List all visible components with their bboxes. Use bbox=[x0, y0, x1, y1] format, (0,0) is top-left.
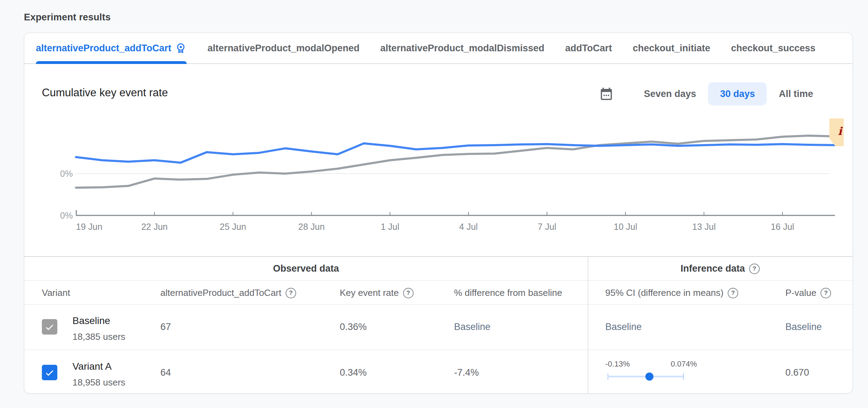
svg-text:19 Jun: 19 Jun bbox=[76, 222, 102, 232]
col-label: % difference from baseline bbox=[454, 287, 562, 298]
p-value: 0.670 bbox=[785, 367, 809, 378]
row-checkbox[interactable] bbox=[42, 319, 57, 335]
observed-data-label: Observed data bbox=[273, 263, 339, 274]
col-key-event-rate: Key event rate ? bbox=[340, 287, 414, 298]
row-checkbox[interactable] bbox=[42, 365, 57, 380]
ci-low-label: -0.13% bbox=[605, 360, 630, 369]
confidence-interval-slider: -0.13% 0.074% bbox=[605, 360, 697, 384]
divider bbox=[24, 280, 853, 281]
chart-section: 19 Jun22 Jun25 Jun28 Jun1 Jul4 Jul7 Jul1… bbox=[24, 64, 853, 256]
ci-right-cap bbox=[683, 373, 684, 380]
col-diff-from-baseline: % difference from baseline bbox=[454, 287, 562, 298]
check-icon bbox=[44, 321, 55, 332]
tab-checkout-initiate[interactable]: checkout_initiate bbox=[633, 33, 710, 63]
col-metric: alternativeProduct_addToCart ? bbox=[160, 287, 296, 298]
tab-alternativeProduct-modalOpened[interactable]: alternativeProduct_modalOpened bbox=[208, 33, 359, 63]
tab-label: checkout_success bbox=[731, 43, 815, 54]
inference-data-header: Inference data ? bbox=[588, 257, 853, 280]
svg-text:1 Jul: 1 Jul bbox=[381, 222, 399, 232]
winner-medal-icon bbox=[175, 43, 187, 54]
svg-text:28 Jun: 28 Jun bbox=[298, 222, 325, 232]
svg-text:0%: 0% bbox=[60, 211, 73, 220]
tab-label: alternativeProduct_addToCart bbox=[36, 43, 171, 54]
ci-knob[interactable] bbox=[645, 373, 653, 381]
results-card: alternativeProduct_addToCart alternative… bbox=[24, 33, 853, 394]
help-icon[interactable]: ? bbox=[728, 288, 738, 298]
diff-value: Baseline bbox=[454, 322, 491, 332]
range-all-time[interactable]: All time bbox=[767, 82, 825, 105]
p-value: Baseline bbox=[785, 322, 822, 332]
help-icon[interactable]: ? bbox=[749, 264, 760, 274]
svg-text:7 Jul: 7 Jul bbox=[538, 222, 556, 232]
date-range-controls: Seven days 30 days All time bbox=[599, 82, 825, 105]
variant-users: 18,385 users bbox=[72, 331, 125, 342]
calendar-icon[interactable] bbox=[599, 86, 614, 101]
svg-text:25 Jun: 25 Jun bbox=[220, 222, 246, 232]
info-icon: i bbox=[838, 125, 842, 137]
tab-checkout-success[interactable]: checkout_success bbox=[731, 33, 815, 63]
col-variant: Variant bbox=[42, 287, 70, 298]
svg-text:4 Jul: 4 Jul bbox=[459, 222, 478, 232]
col-label: Variant bbox=[42, 287, 70, 298]
tab-label: alternativeProduct_modalOpened bbox=[208, 43, 359, 54]
metric-count: 67 bbox=[160, 322, 171, 332]
col-label: alternativeProduct_addToCart bbox=[160, 287, 281, 298]
results-table: Observed data Inference data ? Variant a… bbox=[24, 256, 853, 394]
help-icon[interactable]: ? bbox=[403, 288, 414, 298]
tab-addToCart[interactable]: addToCart bbox=[565, 33, 612, 63]
metric-tabs: alternativeProduct_addToCart alternative… bbox=[24, 33, 853, 64]
divider bbox=[24, 304, 853, 305]
variant-name: Baseline bbox=[72, 315, 110, 326]
tab-label: addToCart bbox=[565, 43, 612, 54]
variant-name: Variant A bbox=[72, 361, 112, 372]
col-label: 95% CI (difference in means) bbox=[605, 287, 723, 298]
col-p-value: P-value ? bbox=[785, 287, 831, 298]
inference-data-label: Inference data bbox=[681, 263, 745, 274]
variant-users: 18,958 users bbox=[72, 377, 125, 388]
page-title: Experiment results bbox=[24, 12, 111, 23]
help-icon[interactable]: ? bbox=[821, 288, 831, 298]
ci-value: Baseline bbox=[605, 322, 642, 332]
experiment-results-page: Experiment results alternativeProduct_ad… bbox=[0, 0, 868, 408]
svg-text:13 Jul: 13 Jul bbox=[692, 222, 716, 232]
help-icon[interactable]: ? bbox=[286, 288, 296, 298]
ci-high-label: 0.074% bbox=[671, 360, 697, 369]
tab-alternativeProduct-addToCart[interactable]: alternativeProduct_addToCart bbox=[36, 33, 187, 63]
range-30-days[interactable]: 30 days bbox=[708, 82, 767, 105]
chart-title: Cumulative key event rate bbox=[42, 86, 168, 99]
check-icon bbox=[44, 367, 55, 378]
svg-text:0%: 0% bbox=[60, 169, 73, 179]
tab-label: alternativeProduct_modalDismissed bbox=[380, 43, 544, 54]
diff-value: -7.4% bbox=[454, 367, 479, 378]
col-95-ci: 95% CI (difference in means) ? bbox=[605, 287, 738, 298]
svg-text:22 Jun: 22 Jun bbox=[141, 222, 168, 232]
col-label: Key event rate bbox=[340, 287, 399, 298]
key-event-rate: 0.34% bbox=[340, 367, 367, 378]
tab-label: checkout_initiate bbox=[633, 43, 710, 54]
key-event-rate: 0.36% bbox=[340, 322, 367, 332]
svg-text:16 Jul: 16 Jul bbox=[771, 222, 794, 232]
metric-count: 64 bbox=[160, 367, 171, 378]
observed-data-header: Observed data bbox=[24, 257, 588, 280]
tab-alternativeProduct-modalDismissed[interactable]: alternativeProduct_modalDismissed bbox=[380, 33, 544, 63]
col-label: P-value bbox=[785, 287, 816, 298]
divider bbox=[24, 350, 853, 350]
range-seven-days[interactable]: Seven days bbox=[632, 82, 708, 105]
svg-text:10 Jul: 10 Jul bbox=[614, 222, 637, 232]
